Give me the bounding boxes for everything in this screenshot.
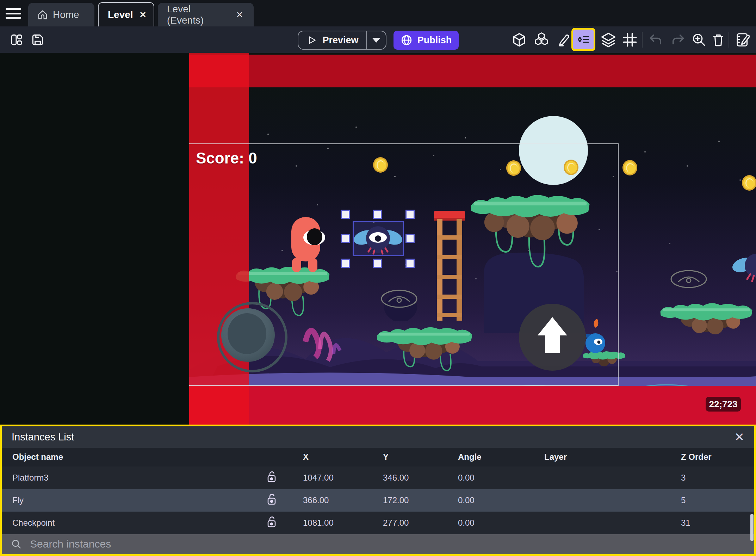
coin <box>622 160 637 175</box>
tab-home[interactable]: Home <box>28 3 94 26</box>
cell-y: 346.00 <box>383 473 409 483</box>
layout-panels-icon[interactable] <box>9 32 24 47</box>
cell-angle: 0.00 <box>458 518 475 528</box>
jump-button[interactable] <box>519 304 586 371</box>
coin <box>506 160 521 176</box>
joystick-knob <box>221 308 275 362</box>
tab-level-events[interactable]: Level (Events) ✕ <box>158 3 254 26</box>
instances-table-header: Object name X Y Angle Layer Z Order <box>2 448 754 467</box>
cell-y: 172.00 <box>383 495 409 505</box>
tab-level-events-close-icon[interactable]: ✕ <box>235 9 244 20</box>
instances-panel: Instances List ✕ Object name X Y Angle L… <box>0 425 756 556</box>
col-layer: Layer <box>544 452 567 462</box>
cell-y: 277.00 <box>383 518 409 528</box>
toolbar: Preview Publish <box>0 26 756 53</box>
player-character[interactable] <box>290 217 325 273</box>
play-icon <box>307 34 317 46</box>
undo-icon[interactable] <box>648 32 664 48</box>
cell-z-order: 5 <box>681 495 686 505</box>
up-arrow-icon <box>538 317 567 335</box>
publish-button[interactable]: Publish <box>394 31 459 50</box>
save-icon[interactable] <box>30 32 45 47</box>
instances-panel-header: Instances List ✕ <box>2 426 754 448</box>
col-z-order: Z Order <box>681 452 712 462</box>
hamburger-icon[interactable] <box>6 7 21 20</box>
coin <box>564 160 578 175</box>
bottom-red-band <box>189 386 756 425</box>
grid-icon[interactable] <box>622 32 638 48</box>
eye-decoration <box>380 288 419 309</box>
col-object-name: Object name <box>12 452 63 462</box>
edit-scene-icon[interactable] <box>735 32 751 48</box>
resize-handle[interactable] <box>341 234 350 243</box>
platform-top-right <box>469 190 592 278</box>
coin <box>742 175 756 191</box>
instances-list-icon[interactable] <box>571 28 595 51</box>
col-y: Y <box>383 452 389 462</box>
scene-canvas[interactable]: Score: 0 <box>0 53 756 425</box>
col-x: X <box>303 452 309 462</box>
tab-level[interactable]: Level ✕ <box>98 2 154 26</box>
home-icon <box>37 10 48 20</box>
tab-bar: Home Level ✕ Level (Events) ✕ <box>0 0 756 26</box>
tab-home-label: Home <box>53 9 79 20</box>
editor-background-left <box>0 53 189 425</box>
instances-panel-title: Instances List <box>12 431 74 443</box>
platform-center <box>368 323 481 373</box>
cursor-coordinates-badge: 22;723 <box>706 397 741 412</box>
tab-level-close-icon[interactable]: ✕ <box>138 9 148 20</box>
cell-object-name: Fly <box>12 495 24 505</box>
resize-handle[interactable] <box>341 210 350 219</box>
cell-x: 366.00 <box>303 495 329 505</box>
globe-icon <box>401 34 413 46</box>
cell-object-name: Checkpoint <box>12 518 55 528</box>
search-bar <box>2 534 754 554</box>
publish-label: Publish <box>417 35 452 46</box>
fly-enemy[interactable] <box>353 223 403 256</box>
preview-label: Preview <box>323 35 359 46</box>
pencil-icon[interactable] <box>556 32 571 47</box>
close-icon[interactable]: ✕ <box>735 431 745 443</box>
eye-decoration <box>669 268 708 290</box>
cell-z-order: 31 <box>681 518 690 528</box>
blue-enemy <box>582 318 614 357</box>
cell-z-order: 3 <box>681 473 686 483</box>
trash-icon[interactable] <box>711 32 726 47</box>
table-row-platform3[interactable]: Platform3 1047.00 346.00 0.00 3 <box>2 467 754 489</box>
resize-handle[interactable] <box>341 259 350 268</box>
cell-x: 1081.00 <box>303 518 334 528</box>
cell-angle: 0.00 <box>458 495 475 505</box>
ladder <box>433 211 466 321</box>
cell-angle: 0.00 <box>458 473 475 483</box>
table-row-checkpoint[interactable]: Checkpoint 1081.00 277.00 0.00 31 <box>2 512 754 534</box>
resize-handle[interactable] <box>405 234 415 243</box>
search-icon <box>11 539 21 549</box>
layers-icon[interactable] <box>600 32 616 48</box>
table-row-fly[interactable]: Fly 366.00 172.00 0.00 5 <box>2 489 754 512</box>
lock-open-icon[interactable] <box>267 471 277 485</box>
cube-icon[interactable] <box>512 32 527 48</box>
moon <box>519 116 588 185</box>
coin <box>373 157 388 173</box>
tab-level-events-label: Level (Events) <box>167 4 230 26</box>
col-angle: Angle <box>458 452 482 462</box>
resize-handle[interactable] <box>405 210 415 219</box>
joystick-control[interactable] <box>217 302 287 372</box>
lock-open-icon[interactable] <box>267 493 277 507</box>
tab-level-label: Level <box>108 9 133 20</box>
caret-down-icon <box>372 38 380 43</box>
preview-button[interactable]: Preview <box>298 31 386 50</box>
resize-handle[interactable] <box>373 259 382 268</box>
preview-dropdown-button[interactable] <box>367 38 386 43</box>
fly-enemy-partial <box>732 250 756 284</box>
zoom-in-icon[interactable] <box>691 32 707 48</box>
scrollbar[interactable] <box>750 514 754 541</box>
score-text: Score: 0 <box>196 149 257 167</box>
search-instances-input[interactable] <box>30 538 745 550</box>
object-groups-icon[interactable] <box>533 32 550 48</box>
redo-icon[interactable] <box>670 32 686 48</box>
lock-open-icon[interactable] <box>267 516 277 530</box>
resize-handle[interactable] <box>373 210 382 219</box>
cell-x: 1047.00 <box>303 473 334 483</box>
resize-handle[interactable] <box>405 259 415 268</box>
